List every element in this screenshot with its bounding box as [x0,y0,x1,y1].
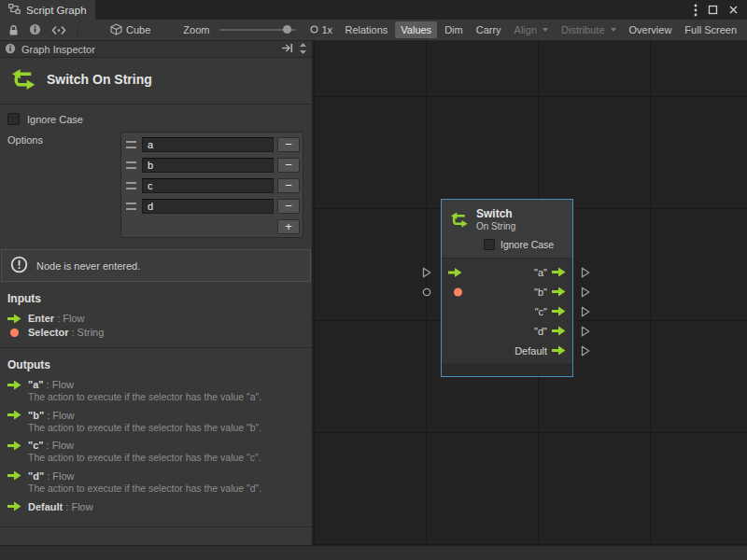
graph-canvas[interactable]: Switch On String Ignore Case "a" [313,41,747,545]
pin-name: Selector [28,327,68,338]
menu-icon[interactable] [694,4,698,17]
scroll-arrows-icon[interactable] [299,42,307,57]
maximize-icon[interactable] [708,5,718,15]
ignore-case-checkbox[interactable] [7,113,20,125]
pin-name: Default [28,501,63,512]
node-ignore-case-checkbox[interactable] [484,239,495,250]
add-option-button[interactable]: + [277,219,300,234]
distribute-label: Distribute [561,24,604,35]
node-port-row-default: Default [442,341,572,360]
overview-button[interactable]: Overview [624,21,678,38]
node-subtitle: On String [476,221,515,231]
pin-type: Flow [63,501,92,512]
flow-arrow-icon[interactable] [552,287,566,297]
options-footer: + [124,217,300,234]
status-bar [0,545,747,560]
pin-type: Flow [44,470,74,482]
pin-type: Flow [44,440,74,451]
output-pin-d: "d"Flow [0,469,312,483]
cube-icon [110,23,122,37]
node-title: Switch [476,207,515,220]
flow-port-icon[interactable] [422,267,431,278]
node-port-row-d: "d" [442,321,572,341]
pin-type: Flow [44,379,74,390]
flow-input-port[interactable] [448,267,462,277]
flow-arrow-icon[interactable] [552,326,566,336]
drag-handle-icon[interactable] [126,141,136,148]
remove-option-button[interactable]: − [277,158,300,173]
main-content: Graph Inspector Switch On String Ignore … [0,41,747,545]
warning-text: Node is never entered. [36,260,140,272]
info-toggle-button[interactable] [25,21,45,40]
remove-option-button[interactable]: − [277,137,300,152]
toolbar: Cube Zoom 1x Relations Values Dim Carry … [0,20,747,41]
value-dot-icon[interactable] [454,287,462,296]
align-dropdown[interactable]: Align [509,21,554,38]
inputs-heading: Inputs [0,282,312,311]
switch-on-string-node[interactable]: Switch On String Ignore Case "a" [441,199,573,377]
inspector-header-title: Graph Inspector [21,44,95,55]
zoom-reset-button[interactable]: 1x [306,21,336,38]
tab-label: Script Graph [26,5,87,16]
flow-port-icon[interactable] [581,267,590,278]
flow-port-icon[interactable] [581,287,590,298]
drag-handle-icon[interactable] [126,203,136,210]
lock-icon[interactable] [5,21,22,39]
outputs-section: Outputs "a"Flow The action to execute if… [0,347,312,513]
option-input[interactable] [142,178,274,193]
inspector-header: Graph Inspector [0,41,312,58]
zoom-slider-handle[interactable] [283,25,291,34]
pin-description: The action to execute if the selector ha… [0,422,312,439]
port-label: "d" [534,326,547,337]
remove-option-button[interactable]: − [277,199,300,214]
flow-arrow-icon [7,410,21,420]
flow-arrow-icon[interactable] [552,345,566,356]
info-icon [5,43,16,56]
option-input[interactable] [142,137,274,152]
drag-handle-icon[interactable] [126,161,136,169]
dock-icon[interactable] [281,43,293,55]
flow-arrow-icon [7,470,21,481]
carry-button[interactable]: Carry [471,21,507,38]
zoom-circle-icon [310,24,318,35]
remove-option-button[interactable]: − [277,178,300,193]
values-button[interactable]: Values [395,21,437,38]
ignore-case-label: Ignore Case [27,114,83,125]
flow-port-icon[interactable] [581,306,590,317]
pin-description: The action to execute if the selector ha… [0,483,312,499]
warning-icon [10,256,28,275]
pin-type: Flow [54,313,84,324]
tab-bar: Script Graph [0,0,747,20]
info-icon [29,23,41,37]
flow-arrow-icon[interactable] [552,267,566,277]
code-icon[interactable] [48,22,70,38]
unity-script-graph-window: Script Graph Cube Zoom 1x Relations Valu… [0,0,747,560]
dim-button[interactable]: Dim [439,21,469,38]
option-input[interactable] [142,199,274,214]
distribute-dropdown[interactable]: Distribute [556,21,621,38]
flow-arrow-icon[interactable] [552,306,566,316]
option-input[interactable] [142,158,274,173]
pin-description: The action to execute if the selector ha… [0,391,312,408]
flow-arrow-icon [7,501,21,511]
toolbar-separator [78,24,78,36]
close-icon[interactable] [728,5,739,15]
option-row: − [124,155,300,175]
option-row: − [124,196,300,217]
value-port-icon[interactable] [422,287,431,297]
tab-script-graph[interactable]: Script Graph [0,0,95,20]
zoom-slider[interactable] [219,29,296,31]
option-row: − [124,175,300,196]
pin-type: Flow [44,410,74,421]
flow-port-icon[interactable] [581,326,590,337]
port-label: Default [514,345,547,357]
output-pin-a: "a"Flow [0,377,312,391]
relations-button[interactable]: Relations [339,21,393,38]
flow-port-icon[interactable] [581,345,590,357]
graph-target-button[interactable]: Cube [105,21,156,40]
fullscreen-button[interactable]: Full Screen [679,21,742,38]
pin-name: "a" [28,379,44,390]
pin-name: Enter [28,313,54,324]
pin-name: "d" [28,470,44,482]
drag-handle-icon[interactable] [126,182,136,189]
